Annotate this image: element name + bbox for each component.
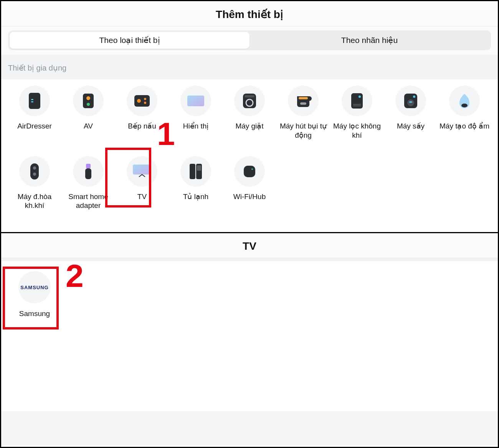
svg-point-8 (144, 98, 146, 100)
device-label: AV (84, 122, 93, 131)
device-label: Smart home adapter (63, 192, 113, 211)
svg-point-4 (86, 96, 90, 100)
section-label: Thiết bị gia dụng (8, 63, 491, 72)
header: Thêm thiết bị (1, 1, 498, 26)
device-grid: AirDresser AV Bếp nấu (9, 86, 490, 210)
robot-vacuum-icon (288, 86, 319, 116)
brand-logo-text: SAMSUNG (20, 285, 48, 290)
device-washer[interactable]: Máy giặt (224, 86, 275, 140)
svg-rect-0 (29, 93, 40, 109)
svg-rect-15 (300, 102, 306, 105)
device-label: Máy giặt (235, 122, 263, 131)
page-title: Thêm thiết bị (1, 8, 498, 21)
brand-label: Samsung (19, 310, 50, 318)
air-purifier-icon (342, 86, 372, 116)
svg-point-7 (137, 99, 141, 103)
samsung-logo-icon: SAMSUNG (18, 271, 51, 303)
airdresser-icon (19, 86, 50, 116)
svg-point-5 (87, 103, 90, 106)
svg-rect-28 (85, 168, 91, 179)
svg-rect-10 (187, 96, 204, 106)
device-label: Máy đ.hòa kh.khí (10, 192, 59, 211)
svg-rect-32 (197, 165, 201, 171)
step-2-number: 2 (66, 260, 84, 292)
device-dryer[interactable]: Máy sấy (385, 86, 436, 140)
tv-icon (127, 156, 157, 187)
device-stove[interactable]: Bếp nấu (116, 86, 168, 140)
device-smarthome-adapter[interactable]: Smart home adapter (63, 156, 114, 211)
device-airdresser[interactable]: AirDresser (9, 86, 60, 140)
divider (1, 258, 498, 261)
device-label: Bếp nấu (128, 122, 156, 131)
tab-by-device-type[interactable]: Theo loại thiết bị (10, 32, 250, 49)
svg-rect-33 (244, 166, 255, 177)
fridge-icon (180, 156, 211, 187)
svg-rect-6 (134, 95, 150, 107)
device-label: TV (137, 192, 147, 201)
device-grid-area: AirDresser AV Bếp nấu (1, 79, 498, 232)
segmented-control-wrap: Theo loại thiết bị Theo nhãn hiệu (1, 26, 498, 55)
add-device-panel: Thêm thiết bị Theo loại thiết bị Theo nh… (1, 1, 498, 233)
brand-grid-area: SAMSUNG Samsung 2 (1, 261, 498, 411)
device-display[interactable]: Hiển thị (170, 86, 221, 140)
svg-point-25 (33, 166, 36, 170)
device-label: Wi-Fi/Hub (233, 192, 266, 201)
device-fridge[interactable]: Tủ lạnh (170, 156, 221, 211)
device-label: Hiển thị (183, 122, 209, 131)
svg-rect-18 (353, 104, 361, 105)
adapter-icon (73, 156, 104, 187)
svg-rect-12 (245, 95, 254, 97)
device-air-purifier[interactable]: Máy lọc không khí (331, 86, 383, 140)
tab-by-brand[interactable]: Theo nhãn hiệu (250, 32, 489, 49)
device-wifi-hub[interactable]: Wi-Fi/Hub (224, 156, 275, 211)
device-label: Tủ lạnh (183, 192, 208, 201)
svg-rect-24 (30, 163, 39, 180)
humidifier-icon (449, 86, 480, 116)
svg-point-23 (461, 104, 468, 107)
svg-point-17 (359, 96, 361, 98)
header: TV (1, 233, 498, 258)
svg-rect-29 (133, 165, 151, 175)
segmented-control: Theo loại thiết bị Theo nhãn hiệu (8, 30, 491, 50)
device-label: Máy hút bụi tự động (278, 122, 328, 140)
svg-rect-3 (83, 94, 94, 108)
washer-icon (234, 86, 265, 116)
tv-brand-panel: TV SAMSUNG Samsung 2 (1, 233, 498, 446)
svg-point-26 (33, 173, 36, 176)
svg-rect-27 (86, 164, 91, 168)
wifi-hub-icon (234, 156, 265, 187)
brand-samsung[interactable]: SAMSUNG Samsung (10, 271, 59, 318)
device-label: Máy sấy (397, 122, 425, 131)
device-av[interactable]: AV (63, 86, 114, 140)
ac-icon (19, 156, 50, 187)
svg-point-9 (144, 102, 146, 104)
section-header: Thiết bị gia dụng (1, 55, 498, 79)
svg-rect-19 (353, 105, 361, 106)
svg-rect-2 (31, 101, 33, 102)
svg-point-21 (413, 96, 415, 98)
svg-rect-14 (299, 97, 308, 99)
page-title: TV (1, 240, 498, 252)
device-tv[interactable]: TV (116, 156, 168, 211)
device-label: Máy tạo độ ẩm (440, 122, 489, 131)
device-label: Máy lọc không khí (332, 122, 382, 140)
svg-rect-1 (31, 99, 33, 100)
device-humidifier[interactable]: Máy tạo độ ẩm (439, 86, 490, 140)
svg-rect-30 (190, 164, 195, 179)
footer-area (1, 411, 498, 446)
display-icon (180, 86, 211, 116)
device-label: AirDresser (17, 122, 52, 131)
device-ac[interactable]: Máy đ.hòa kh.khí (9, 156, 60, 211)
device-robot-vacuum[interactable]: Máy hút bụi tự động (278, 86, 329, 140)
dryer-icon (395, 86, 426, 116)
av-icon (73, 86, 104, 116)
stove-icon (127, 86, 157, 116)
svg-point-34 (251, 168, 253, 170)
